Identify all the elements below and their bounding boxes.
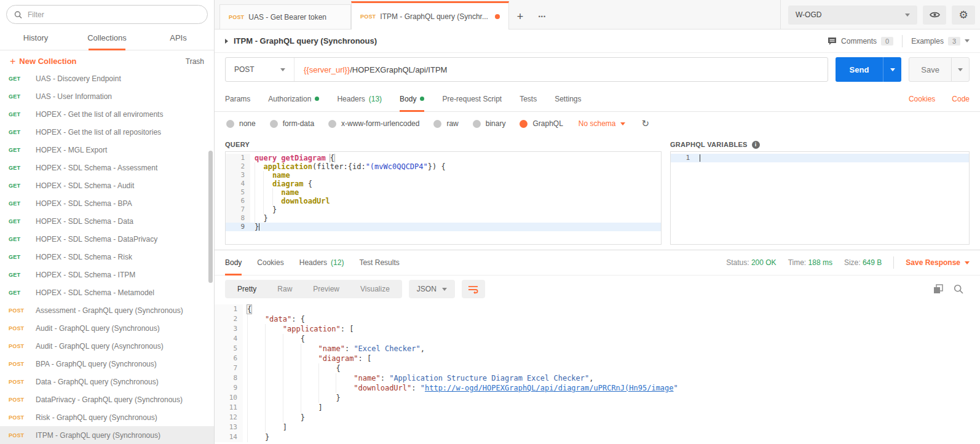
code-line[interactable]: 1 [671, 154, 969, 162]
code-line[interactable]: 6"diagram": [ [215, 354, 980, 363]
sidebar-request-item[interactable]: GETHOPEX - SDL Schema - ITPM [0, 266, 214, 283]
code-line[interactable]: 8} [226, 214, 661, 223]
sidebar-request-item[interactable]: POSTBPA - GraphQL query (Synchronous) [0, 355, 214, 373]
sidebar-request-item[interactable]: POSTAudit - GraphQL query (Synchronous) [0, 319, 214, 337]
new-tab-button[interactable]: + [509, 4, 531, 29]
code-line[interactable]: 9} [226, 223, 661, 231]
view-tab-visualize[interactable]: Visualize [350, 280, 400, 298]
response-body-editor[interactable]: 1{2"data": {3"application": [4{5"name": … [215, 303, 980, 444]
body-mode-graphql[interactable]: GraphQL [520, 119, 563, 128]
code-line[interactable]: 1{ [215, 304, 980, 314]
sidebar-request-item[interactable]: GETUAS - Discovery Endpoint [0, 69, 214, 87]
code-line[interactable]: 5name [226, 188, 661, 197]
sidebar-request-item[interactable]: GETHOPEX - SDL Schema - Risk [0, 248, 214, 266]
variables-editor[interactable]: 1 [670, 151, 970, 245]
sidebar-request-item[interactable]: GETUAS - User Information [0, 87, 214, 105]
cookies-link[interactable]: Cookies [909, 95, 935, 103]
sidebar-request-item[interactable]: GETHOPEX - SDL Schema - DataPrivacy [0, 230, 214, 248]
code-line[interactable]: 13] [215, 422, 980, 432]
sidebar-tab-apis[interactable]: APIs [143, 28, 214, 50]
view-tab-preview[interactable]: Preview [302, 280, 350, 298]
sidebar-scrollbar[interactable] [208, 151, 213, 283]
sidebar-request-item[interactable]: GETHOPEX - SDL Schema - Data [0, 212, 214, 230]
request-tab-tests[interactable]: Tests [520, 86, 537, 111]
search-box[interactable] [6, 5, 208, 24]
request-tab-authorization[interactable]: Authorization [268, 86, 319, 111]
code-line[interactable]: 5"name": "Excel Checker", [215, 344, 980, 354]
body-mode-raw[interactable]: raw [433, 119, 458, 128]
query-editor[interactable]: 1query getDiagram {2application(filter:{… [225, 151, 662, 245]
code-line[interactable]: 3"application": [ [215, 324, 980, 334]
body-mode-binary[interactable]: binary [473, 119, 506, 128]
code-line[interactable]: 11] [215, 403, 980, 413]
sidebar-request-item[interactable]: POSTDataPrivacy - GraphQL query (Synchro… [0, 390, 214, 408]
code-line[interactable]: 1query getDiagram { [226, 154, 661, 162]
new-collection-button[interactable]: + New Collection [10, 56, 77, 67]
response-tab-cookies[interactable]: Cookies [257, 250, 283, 275]
comments-button[interactable]: Comments 0 [828, 37, 893, 46]
request-tab-pre-request-script[interactable]: Pre-request Script [442, 86, 502, 111]
sidebar-request-item[interactable]: GETHOPEX - MGL Export [0, 141, 214, 159]
code-line[interactable]: 3name [226, 171, 661, 180]
code-line[interactable]: 14} [215, 432, 980, 442]
open-tab-itpm-graphql-query[interactable]: POST ITPM - GraphQL query (Synchr... [351, 1, 509, 30]
save-button[interactable]: Save [909, 58, 951, 81]
send-options-button[interactable] [883, 57, 901, 82]
environment-selector[interactable]: W-OGD [788, 6, 917, 25]
body-mode-x-www-form-urlencoded[interactable]: x-www-form-urlencoded [328, 119, 419, 128]
view-tab-pretty[interactable]: Pretty [227, 280, 267, 298]
settings-button[interactable]: ⚙ [952, 6, 975, 25]
body-mode-none[interactable]: none [226, 119, 256, 128]
body-mode-form-data[interactable]: form-data [270, 119, 314, 128]
environment-quicklook-button[interactable] [923, 6, 946, 25]
sidebar-tab-history[interactable]: History [0, 28, 71, 50]
code-link[interactable]: Code [952, 95, 970, 103]
code-line[interactable]: 7} [226, 205, 661, 214]
sidebar-request-item[interactable]: GETHOPEX - SDL Schema - Audit [0, 176, 214, 194]
response-tab-headers[interactable]: Headers(12) [299, 250, 344, 275]
format-selector[interactable]: JSON [409, 280, 455, 298]
request-tab-headers[interactable]: Headers(13) [337, 86, 382, 111]
url-input[interactable]: {{server_url}}/HOPEXGraphQL/api/ITPM [294, 65, 456, 74]
sidebar-request-item[interactable]: POSTAudit - GraphQL query (Asynchronous) [0, 337, 214, 355]
response-tab-body[interactable]: Body [225, 250, 242, 275]
code-line[interactable]: 10} [215, 393, 980, 403]
method-selector[interactable]: POST [226, 58, 294, 81]
request-tab-params[interactable]: Params [225, 86, 250, 111]
code-line[interactable]: 9"downloadUrl": "http://w-ogd/HOPEXGraph… [215, 383, 980, 393]
examples-button[interactable]: Examples 3 [911, 37, 970, 46]
open-tab-uas-get-bearer-token[interactable]: POST UAS - Get Bearer token [219, 4, 351, 29]
code-line[interactable]: 6downloadUrl [226, 197, 661, 205]
wrap-lines-button[interactable] [462, 280, 485, 298]
refresh-schema-icon[interactable]: ↻ [642, 118, 650, 129]
code-line[interactable]: 2application(filter:{id:"(mvWc0QQCDP4"})… [226, 162, 661, 171]
code-line[interactable]: 4diagram { [226, 180, 661, 188]
sidebar-request-item[interactable]: GETHOPEX - Get the list of all enviromen… [0, 105, 214, 123]
view-tab-raw[interactable]: Raw [267, 280, 302, 298]
schema-selector[interactable]: No schema [579, 119, 625, 128]
response-tab-test-results[interactable]: Test Results [359, 250, 399, 275]
save-response-button[interactable]: Save Response [906, 258, 970, 267]
sidebar-request-item[interactable]: GETHOPEX - SDL Schema - Assessment [0, 159, 214, 176]
request-tab-body[interactable]: Body [400, 86, 424, 111]
sidebar-request-item[interactable]: POSTITPM - GraphQL query (Synchronous) [0, 426, 214, 444]
send-button[interactable]: Send [836, 57, 883, 82]
sidebar-request-item[interactable]: GETHOPEX - SDL Schema - BPA [0, 194, 214, 212]
request-title-group[interactable]: ITPM - GraphQL query (Synchronous) [225, 36, 377, 46]
sidebar-request-item[interactable]: GETHOPEX - SDL Schema - Metamodel [0, 283, 214, 301]
sidebar-tab-collections[interactable]: Collections [71, 28, 143, 50]
trash-button[interactable]: Trash [186, 57, 204, 66]
code-line[interactable]: 7{ [215, 363, 980, 373]
save-options-button[interactable] [951, 58, 969, 81]
more-tabs-button[interactable]: ••• [531, 4, 553, 29]
sidebar-request-item[interactable]: POSTAssessment - GraphQL query (Synchron… [0, 301, 214, 319]
code-line[interactable]: 8"name": "Application Structure Diagram … [215, 373, 980, 383]
filter-input[interactable] [28, 10, 200, 19]
code-line[interactable]: 12} [215, 413, 980, 422]
search-response-icon[interactable] [954, 284, 963, 294]
code-line[interactable]: 2"data": { [215, 314, 980, 324]
response-url-link[interactable]: http://w-ogd/HOPEXGraphQL/api/diagram/uP… [425, 384, 674, 392]
sidebar-request-item[interactable]: POSTData - GraphQL query (Synchronous) [0, 373, 214, 390]
request-tab-settings[interactable]: Settings [555, 86, 581, 111]
sidebar-request-item[interactable]: POSTRisk - GraphQL query (Synchronous) [0, 408, 214, 426]
